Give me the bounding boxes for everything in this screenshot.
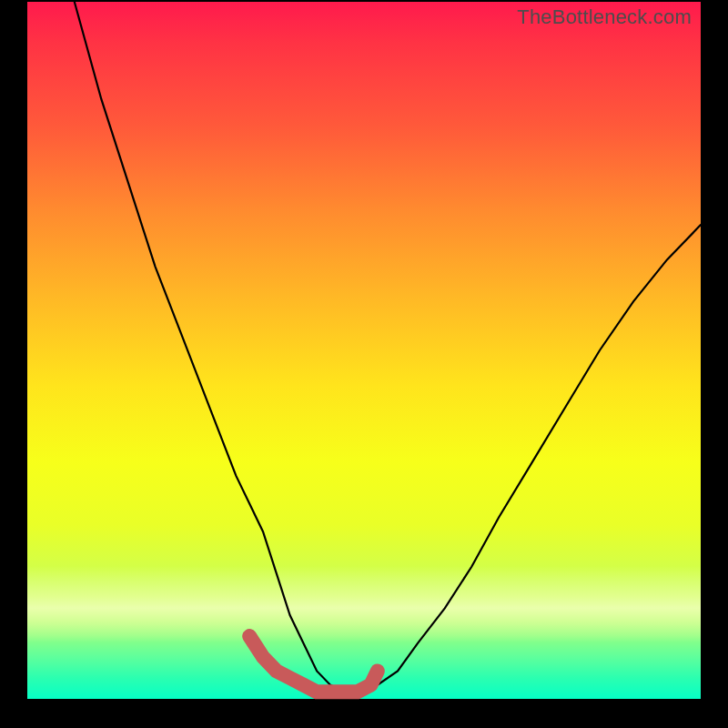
chart-plot-area [27, 2, 701, 699]
bottleneck-curve-svg [27, 2, 701, 699]
watermark-text: TheBottleneck.com [517, 5, 692, 29]
bottleneck-curve-line [75, 2, 701, 692]
